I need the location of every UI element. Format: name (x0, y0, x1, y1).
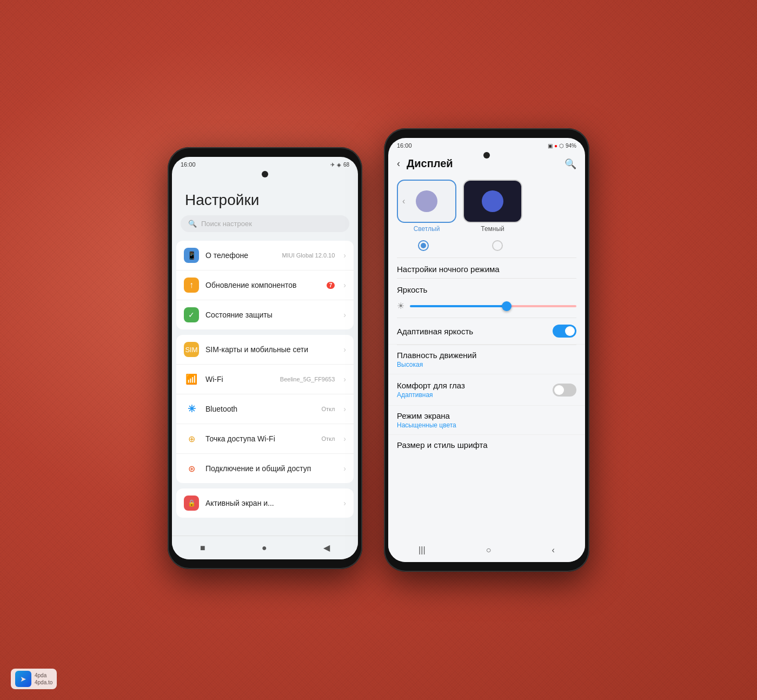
about-icon: 📱 (184, 248, 199, 263)
settings-item-updates[interactable]: ↑ Обновление компонентов 7 › (176, 270, 354, 300)
screen-chevron: › (343, 499, 346, 507)
watermark: ➤ 4pda 4pda.to (11, 669, 57, 689)
bluetooth-value: Откл (321, 406, 335, 412)
brightness-slider[interactable] (410, 305, 576, 307)
settings-item-security[interactable]: ✓ Состояние защиты › (176, 300, 354, 329)
nav-circle[interactable]: ● (262, 543, 267, 553)
nav-square[interactable]: ■ (200, 543, 205, 553)
security-chevron: › (343, 311, 346, 319)
settings-item-hotspot[interactable]: ⊕ Точка доступа Wi-Fi Откл › (176, 424, 354, 454)
brightness-label: Яркость (397, 285, 576, 294)
brightness-low-icon: ☀ (397, 301, 404, 311)
left-status-icons: ✈◈68 (330, 162, 349, 168)
right-status-bar: 16:00 ▣●⬡94% (388, 138, 585, 151)
settings-group-3: 🔒 Активный экран и... › (176, 488, 354, 518)
dark-theme-wrapper[interactable]: Темный (463, 180, 522, 233)
hotspot-label: Точка доступа Wi-Fi (205, 434, 315, 443)
header-search-icon[interactable]: 🔍 (565, 158, 576, 170)
back-button[interactable]: ‹ (397, 158, 400, 169)
brightness-section: Яркость ☀ (388, 279, 585, 318)
search-placeholder: Поиск настроек (201, 220, 252, 228)
brightness-thumb[interactable] (502, 301, 512, 311)
settings-item-bluetooth[interactable]: ✳ Bluetooth Откл › (176, 394, 354, 424)
sharing-icon: ⊛ (184, 461, 199, 476)
wifi-value: Beeline_5G_FF9653 (280, 376, 335, 382)
left-time: 16:00 (181, 161, 196, 168)
settings-item-screen[interactable]: 🔒 Активный экран и... › (176, 488, 354, 518)
brightness-row: ☀ (397, 301, 576, 311)
right-phone-screen: 16:00 ▣●⬡94% ‹ Дисплей 🔍 ‹ Светлый (388, 138, 585, 562)
screen-lock-icon: 🔒 (184, 496, 199, 511)
light-theme-circle (416, 190, 437, 212)
bluetooth-icon: ✳ (184, 401, 199, 417)
display-title: Дисплей (407, 157, 560, 170)
right-phone: 16:00 ▣●⬡94% ‹ Дисплей 🔍 ‹ Светлый (384, 128, 589, 572)
right-camera (483, 152, 490, 159)
smoothness-label: Плавность движений (397, 351, 576, 360)
watermark-text: 4pda 4pda.to (35, 672, 52, 686)
dark-theme-card[interactable] (463, 180, 522, 223)
light-theme-card[interactable]: ‹ (397, 180, 456, 223)
smoothness-row[interactable]: Плавность движений Высокая (388, 345, 585, 374)
bluetooth-chevron: › (343, 405, 346, 413)
security-label: Состояние защиты (205, 311, 337, 319)
light-theme-wrapper[interactable]: ‹ Светлый (397, 180, 456, 233)
font-size-row[interactable]: Размер и стиль шрифта (388, 435, 585, 455)
updates-chevron: › (343, 281, 346, 289)
screen-mode-label: Режим экрана (397, 411, 576, 420)
wifi-icon: 📶 (184, 372, 199, 387)
sim-icon: SIM (184, 342, 199, 357)
search-icon: 🔍 (188, 220, 197, 228)
updates-badge: 7 (327, 282, 335, 289)
sharing-label: Подключение и общий доступ (205, 464, 337, 473)
watermark-icon: ➤ (15, 671, 31, 687)
right-nav-bar: ||| ○ ‹ (388, 538, 585, 562)
settings-item-sim[interactable]: SIM SIM-карты и мобильные сети › (176, 335, 354, 365)
about-value: MIUI Global 12.0.10 (282, 252, 335, 259)
sim-chevron: › (343, 345, 346, 354)
hotspot-icon: ⊕ (184, 431, 199, 446)
settings-item-about[interactable]: 📱 О телефоне MIUI Global 12.0.10 › (176, 241, 354, 270)
watermark-box: ➤ 4pda 4pda.to (11, 669, 57, 689)
screen-mode-sub: Насыщенные цвета (397, 421, 576, 429)
dark-theme-circle (482, 190, 503, 212)
dark-radio[interactable] (492, 240, 503, 251)
settings-group-1: 📱 О телефоне MIUI Global 12.0.10 › ↑ Обн… (176, 241, 354, 329)
eye-comfort-sub: Адаптивная (397, 391, 553, 399)
adaptive-brightness-row: Адаптивная яркость (388, 318, 585, 345)
adaptive-brightness-label: Адаптивная яркость (397, 327, 553, 336)
adaptive-brightness-toggle[interactable] (553, 325, 576, 338)
light-theme-label: Светлый (414, 225, 440, 233)
eye-comfort-row: Комфорт для глаз Адаптивная (388, 374, 585, 406)
left-chevron-light: ‹ (402, 196, 405, 206)
sim-label: SIM-карты и мобильные сети (205, 345, 337, 354)
font-size-label: Размер и стиль шрифта (397, 440, 576, 450)
light-radio[interactable] (418, 240, 429, 251)
theme-selector: ‹ Светлый Темный (388, 174, 585, 238)
settings-item-wifi[interactable]: 📶 Wi-Fi Beeline_5G_FF9653 › (176, 365, 354, 394)
eye-comfort-toggle[interactable] (553, 384, 576, 397)
hotspot-chevron: › (343, 434, 346, 443)
right-time: 16:00 (397, 142, 412, 149)
about-chevron: › (343, 251, 346, 260)
about-label: О телефоне (205, 251, 275, 260)
hotspot-value: Откл (321, 435, 335, 442)
screen-mode-row[interactable]: Режим экрана Насыщенные цвета (388, 406, 585, 435)
left-status-bar: 16:00 ✈◈68 (172, 157, 358, 170)
dark-theme-label: Темный (481, 225, 504, 233)
nav-home[interactable]: ○ (486, 545, 492, 555)
left-nav-bar: ■ ● ◀ (172, 536, 358, 559)
settings-search[interactable]: 🔍 Поиск настроек (181, 215, 349, 232)
screen-label: Активный экран и... (205, 499, 337, 507)
night-mode-label[interactable]: Настройки ночного режима (388, 258, 585, 278)
left-camera (262, 171, 268, 177)
nav-lines[interactable]: ||| (419, 545, 425, 555)
eye-comfort-label: Комфорт для глаз (397, 381, 553, 390)
settings-item-sharing[interactable]: ⊛ Подключение и общий доступ › (176, 454, 354, 483)
smoothness-sub: Высокая (397, 361, 576, 368)
nav-back[interactable]: ◀ (323, 543, 330, 553)
sharing-chevron: › (343, 464, 346, 473)
security-icon: ✓ (184, 307, 199, 322)
nav-back-samsung[interactable]: ‹ (552, 545, 555, 555)
wifi-label: Wi-Fi (205, 375, 274, 384)
